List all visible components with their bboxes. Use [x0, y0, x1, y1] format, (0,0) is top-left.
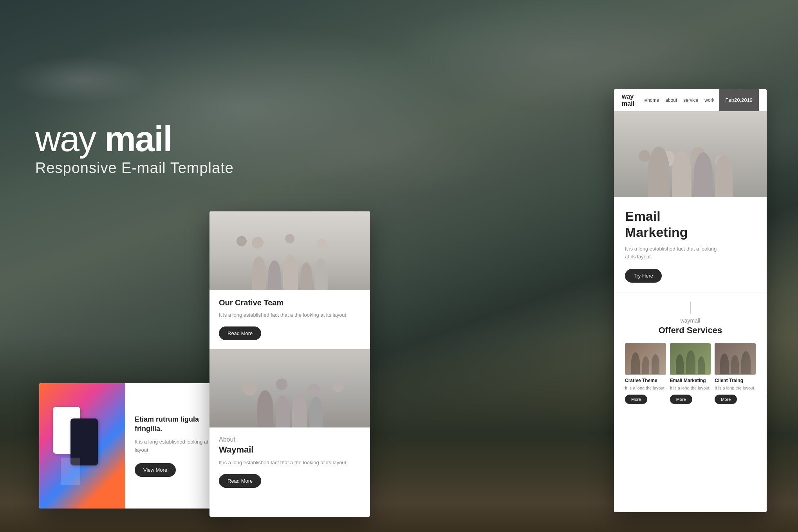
card3-hero-heading: Email Marketing: [625, 208, 756, 240]
card3-main-content: Email Marketing It is a long established…: [614, 197, 767, 292]
nav-logo-way: way: [622, 93, 634, 100]
nav-logo-mail: mail: [622, 100, 634, 107]
card3-hero-heading-1: Email: [625, 209, 661, 224]
person-sil: [676, 354, 684, 374]
title-way: way: [35, 119, 96, 159]
person-sil: [686, 350, 695, 374]
card-email-marketing: way mail ≡ home about service work Feb20…: [614, 89, 767, 512]
card3-nav-logo: way mail: [622, 93, 641, 107]
card2-waymail-body: It is a long established fact that a the…: [219, 459, 361, 467]
main-subtitle: Responsive E-mail Template: [35, 160, 234, 177]
card2-read-more-button[interactable]: Read More: [219, 326, 261, 340]
nav-link-about[interactable]: about: [665, 97, 677, 103]
main-title-section: way mail Responsive E-mail Template: [35, 121, 234, 177]
person-silhouette: [300, 262, 312, 290]
person-silhouette: [314, 258, 328, 290]
service-title-3: Client Traing: [715, 378, 756, 383]
services-divider: [690, 302, 691, 314]
card2-waymail-subheading: About: [219, 436, 361, 443]
nav-links-group: home about service work: [647, 97, 714, 103]
outdoor-image: [670, 343, 711, 375]
card2-group-image: [209, 349, 370, 427]
service-image-3: [715, 343, 756, 375]
person-silhouette: [268, 260, 281, 290]
service-body-2: It is a long the layout.: [670, 385, 711, 391]
group-image-art: [209, 349, 370, 427]
services-heading: Offerd Services: [659, 325, 722, 335]
office-silhouettes: [209, 211, 370, 290]
person-silhouette: [292, 393, 307, 427]
person-silhouette: [672, 150, 691, 197]
person-silhouette: [715, 155, 733, 197]
card3-try-here-button[interactable]: Try Here: [625, 269, 662, 283]
card3-navbar: way mail ≡ home about service work Feb20…: [614, 89, 767, 111]
person-silhouette: [257, 390, 273, 427]
card1-body: It is a long established looking at its …: [135, 438, 220, 454]
person-sil: [741, 351, 751, 374]
card1-heading: Etiam rutrum ligula fringilla.: [135, 415, 220, 433]
service-item-1: Crative Theme It is a long the layout. M…: [625, 343, 666, 404]
nav-link-service[interactable]: service: [683, 97, 698, 103]
person-sil: [720, 353, 729, 374]
person-sil: [652, 354, 659, 374]
group-silhouettes: [209, 349, 370, 427]
nav-link-work[interactable]: work: [704, 97, 714, 103]
person-silhouette: [276, 395, 290, 427]
card2-waymail-heading: Waymail: [219, 445, 361, 455]
service-item-3: Client Traing It is a long the layout. M…: [715, 343, 756, 404]
card3-hero-heading-2: Marketing: [625, 225, 688, 240]
person-silhouette: [283, 254, 298, 290]
card1-view-more-button[interactable]: View More: [135, 463, 176, 477]
card3-hero-image: [614, 111, 767, 197]
people-image: [715, 343, 756, 375]
service-item-2: Email Marketing It is a long the layout.…: [670, 343, 711, 404]
person-sil: [698, 356, 705, 374]
figure-mockup: [61, 458, 80, 485]
card2-waymail-content: About Waymail It is a long established f…: [209, 427, 370, 496]
person-silhouette: [252, 256, 266, 290]
card3-hero-body: It is a long established fact that a loo…: [625, 245, 719, 261]
office-image-art: [209, 211, 370, 290]
service-image-2: [670, 343, 711, 375]
services-sub-label: waymail: [681, 317, 701, 324]
service-more-button-3[interactable]: More: [715, 395, 737, 404]
title-mail: mail: [96, 119, 172, 159]
card2-read-more-button-2[interactable]: Read More: [219, 474, 261, 488]
card1-image-inner: [49, 399, 116, 493]
card-creative-team: Our Crative Team It is a long establishe…: [209, 211, 370, 517]
main-title-text: way mail: [35, 121, 234, 157]
card-app-preview: Etiam rutrum ligula fringilla. It is a l…: [39, 383, 231, 509]
card2-team-content: Our Crative Team It is a long establishe…: [209, 290, 370, 349]
card1-image: [39, 383, 125, 509]
card2-office-image: [209, 211, 370, 290]
cafe-image: [625, 343, 666, 375]
hero-silhouettes: [614, 111, 767, 197]
person-sil: [731, 355, 739, 374]
service-image-1: [625, 343, 666, 375]
service-more-button-1[interactable]: More: [625, 395, 647, 404]
services-header: waymail Offerd Services: [625, 302, 756, 335]
service-title-1: Crative Theme: [625, 378, 666, 383]
nav-link-home[interactable]: home: [647, 97, 659, 103]
person-silhouette: [309, 397, 323, 427]
nav-date: Feb20,2019: [719, 89, 759, 111]
services-section: waymail Offerd Services Crative Theme It…: [614, 292, 767, 413]
card2-team-body: It is a long established fact that a the…: [219, 311, 361, 319]
person-silhouette: [648, 146, 670, 197]
hamburger-icon[interactable]: ≡: [644, 97, 647, 103]
services-grid: Crative Theme It is a long the layout. M…: [625, 343, 756, 404]
card2-team-heading: Our Crative Team: [219, 298, 361, 307]
service-title-2: Email Marketing: [670, 378, 711, 383]
service-body-1: It is a long the layout.: [625, 385, 666, 391]
hero-image-art: [614, 111, 767, 197]
person-sil: [642, 356, 649, 374]
service-more-button-2[interactable]: More: [670, 395, 692, 404]
person-sil: [631, 352, 640, 374]
service-body-3: It is a long the layout.: [715, 385, 756, 391]
person-silhouette: [694, 152, 713, 197]
